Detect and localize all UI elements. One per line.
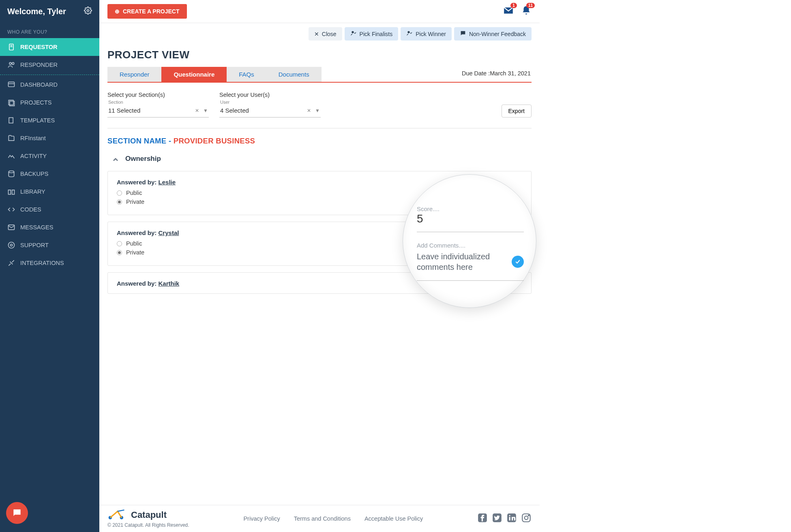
export-button[interactable]: Export (502, 105, 532, 118)
radio-option-public[interactable]: Public (117, 190, 417, 196)
magnifier-overlay: Score.... 5 Add Comments.... Leave indiv… (403, 174, 536, 308)
linkedin-icon[interactable] (506, 513, 517, 525)
responder-link[interactable]: Karthik (159, 280, 180, 287)
topbar: ⊕ CREATE A PROJECT 1 11 (99, 0, 540, 23)
svg-point-22 (525, 516, 528, 520)
sidebar-item-label: PROJECTS (20, 99, 51, 106)
sidebar-item-codes[interactable]: CODES (0, 201, 99, 218)
sidebar-item-library[interactable]: LIBRARY (0, 183, 99, 201)
svg-point-11 (11, 244, 13, 246)
close-button[interactable]: ✕Close (309, 27, 342, 41)
responder-link[interactable]: Crystal (159, 229, 179, 236)
responder-link[interactable]: Leslie (159, 179, 176, 186)
create-project-button[interactable]: ⊕ CREATE A PROJECT (107, 4, 187, 19)
tab-responder[interactable]: Responder (107, 67, 161, 82)
answered-by: Answered by: Karthik (117, 280, 417, 287)
radio-icon (117, 241, 122, 246)
tab-row: Responder Questionnaire FAQs Documents D… (107, 67, 532, 83)
radio-icon (117, 250, 122, 255)
footer-link-aup[interactable]: Acceptable Use Policy (364, 515, 423, 522)
close-icon: ✕ (314, 31, 319, 37)
nonwinner-feedback-button[interactable]: Non-Winner Feedback (454, 27, 532, 41)
sidebar-item-label: SUPPORT (20, 242, 49, 248)
sidebar-role-responder[interactable]: RESPONDER (0, 56, 99, 74)
bell-icon[interactable]: 11 (521, 5, 532, 17)
chevron-down-icon[interactable]: ▼ (203, 108, 208, 113)
section-sublabel: Section (107, 100, 209, 105)
svg-point-10 (9, 242, 15, 248)
comments-label: Add Comments.... (417, 242, 524, 249)
section-select[interactable]: 11 Selected ✕▼ (107, 105, 209, 118)
sidebar-item-integrations[interactable]: INTEGRATIONS (0, 254, 99, 272)
sidebar-item-label: RESPONDER (20, 62, 58, 68)
instagram-icon[interactable] (521, 513, 532, 525)
copyright: © 2021 Catapult. All Rights Reserved. (107, 522, 189, 528)
svg-rect-7 (9, 118, 13, 123)
score-label: Score.... (417, 205, 524, 212)
svg-point-23 (528, 515, 529, 516)
comment-icon (460, 30, 466, 38)
tab-questionnaire[interactable]: Questionnaire (161, 67, 227, 82)
sidebar-item-activity[interactable]: ACTIVITY (0, 147, 99, 165)
facebook-icon[interactable] (477, 513, 488, 525)
chevron-up-icon[interactable] (111, 154, 120, 164)
sidebar-item-rfinstant[interactable]: RFInstant (0, 129, 99, 147)
sidebar-item-backups[interactable]: BACKUPS (0, 165, 99, 183)
subsection-header[interactable]: Ownership (111, 154, 532, 164)
sidebar-item-support[interactable]: SUPPORT (0, 236, 99, 254)
answered-by: Answered by: Crystal (117, 229, 417, 236)
check-circle-icon[interactable] (512, 256, 524, 268)
section-name: SECTION NAME - PROVIDER BUSINESS (107, 137, 532, 145)
brand-logo: Catapult (107, 509, 189, 521)
pick-finalists-button[interactable]: Pick Finalists (345, 27, 399, 41)
radio-option-public[interactable]: Public (117, 240, 417, 247)
user-select[interactable]: 4 Selected ✕▼ (219, 105, 321, 118)
svg-point-3 (12, 62, 14, 64)
clear-icon[interactable]: ✕ (307, 108, 311, 113)
sidebar-item-projects[interactable]: PROJECTS (0, 94, 99, 111)
user-select-label: Select your User(s) (219, 92, 321, 98)
clear-icon[interactable]: ✕ (195, 108, 199, 113)
sidebar-item-templates[interactable]: TEMPLATES (0, 111, 99, 129)
sidebar-item-dashboard[interactable]: DASHBOARD (0, 76, 99, 94)
sidebar-item-label: LIBRARY (20, 188, 45, 195)
svg-rect-19 (509, 517, 510, 521)
sidebar-item-label: RFInstant (20, 135, 46, 141)
due-date: Due Date : March 31, 2021 (322, 67, 532, 82)
footer-link-terms[interactable]: Terms and Conditions (294, 515, 351, 522)
tab-documents[interactable]: Documents (266, 67, 322, 82)
user-select-value: 4 Selected (220, 107, 249, 114)
divider (107, 128, 532, 128)
svg-point-0 (87, 10, 89, 12)
svg-point-12 (352, 31, 354, 33)
gear-icon[interactable] (84, 6, 92, 16)
subsection-title: Ownership (125, 155, 161, 163)
radio-icon (117, 190, 122, 196)
chat-fab[interactable] (6, 502, 28, 524)
section-select-label: Select your Section(s) (107, 92, 209, 98)
radio-option-private[interactable]: Private (117, 199, 417, 205)
sidebar-item-label: TEMPLATES (20, 117, 55, 124)
user-check-icon (350, 30, 357, 38)
section-select-value: 11 Selected (108, 107, 140, 114)
tab-faqs[interactable]: FAQs (227, 67, 266, 82)
sidebar-item-label: INTEGRATIONS (20, 260, 64, 266)
svg-point-13 (408, 31, 410, 33)
create-project-label: CREATE A PROJECT (123, 8, 180, 15)
sidebar-role-requestor[interactable]: REQUESTOR (0, 38, 99, 56)
comments-hint[interactable]: Leave individualized comments here (417, 251, 524, 281)
pick-winner-button[interactable]: Pick Winner (401, 27, 452, 41)
score-value[interactable]: 5 (417, 212, 524, 232)
sidebar-item-messages[interactable]: MESSAGES (0, 218, 99, 236)
mail-icon[interactable]: 1 (503, 5, 514, 17)
answered-by: Answered by: Leslie (117, 179, 417, 186)
welcome-text: Welcome, Tyler (7, 7, 66, 16)
twitter-icon[interactable] (492, 513, 502, 525)
svg-point-2 (9, 62, 11, 64)
footer-link-privacy[interactable]: Privacy Policy (243, 515, 280, 522)
sidebar-item-label: MESSAGES (20, 224, 53, 231)
radio-option-private[interactable]: Private (117, 249, 417, 256)
chevron-down-icon[interactable]: ▼ (315, 108, 320, 113)
radio-icon (117, 199, 122, 205)
divider (0, 75, 99, 75)
